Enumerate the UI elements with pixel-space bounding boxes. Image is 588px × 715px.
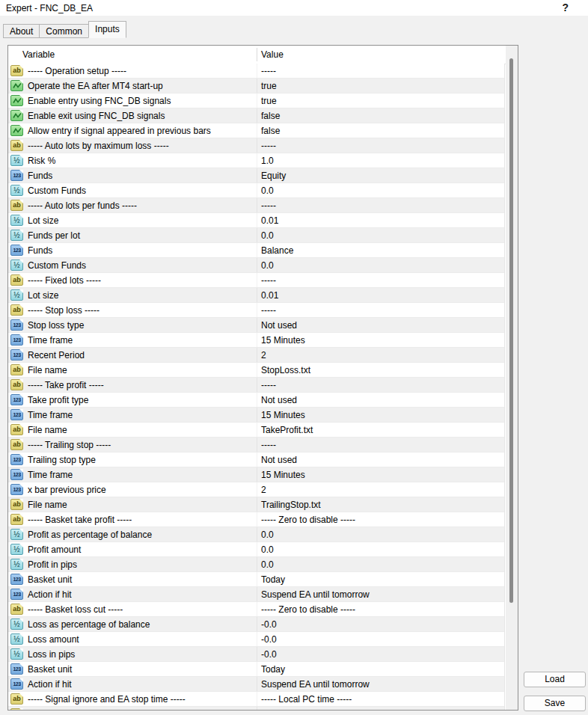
param-value[interactable]: -0.0: [261, 634, 277, 645]
param-value[interactable]: 0.0: [261, 559, 274, 570]
tab-about[interactable]: About: [3, 24, 40, 38]
param-row[interactable]: Allow entry if signal appeared in previo…: [8, 123, 504, 138]
param-row[interactable]: 123 Take profit type Not used: [8, 393, 504, 408]
param-row[interactable]: 123 Action if hit Suspend EA until tomor…: [8, 677, 504, 692]
param-row[interactable]: ab ----- Operation setup ----- -----: [8, 64, 504, 79]
param-value[interactable]: -0.0: [261, 649, 277, 660]
param-value[interactable]: TrailingStop.txt: [261, 500, 321, 510]
param-value[interactable]: -----: [261, 66, 276, 76]
param-row[interactable]: ½ Loss in pips -0.0: [8, 647, 504, 662]
param-row[interactable]: ab File name TakeProfit.txt: [8, 423, 504, 438]
param-row[interactable]: ab ----- Trailing stop ----- -----: [8, 438, 504, 452]
param-value[interactable]: 15 Minutes: [261, 410, 305, 420]
param-row[interactable]: ab File name TrailingStop.txt: [8, 497, 504, 512]
param-value[interactable]: -----: [261, 200, 276, 211]
param-value[interactable]: -----: [261, 141, 276, 151]
save-button[interactable]: Save: [524, 696, 586, 711]
param-value[interactable]: Suspend EA until tomorrow: [261, 589, 370, 600]
param-value[interactable]: Equity: [261, 171, 286, 181]
param-row[interactable]: ab ----- Take profit ----- -----: [8, 378, 504, 393]
param-value[interactable]: 0.0: [261, 230, 274, 241]
param-value[interactable]: Suspend EA until tomorrow: [261, 679, 370, 690]
param-value[interactable]: 0.0: [261, 530, 274, 540]
param-value[interactable]: 0.0: [261, 185, 274, 196]
param-row[interactable]: 123 Stop loss type Not used: [8, 318, 504, 333]
vertical-scrollbar-thumb[interactable]: [509, 58, 513, 603]
param-value[interactable]: false: [261, 111, 280, 121]
param-value[interactable]: false: [261, 126, 280, 136]
param-row[interactable]: 123 Action if hit Suspend EA until tomor…: [8, 587, 504, 602]
param-row[interactable]: 123 x bar previous price 2: [8, 482, 504, 497]
param-row[interactable]: ½ Loss amount -0.0: [8, 632, 504, 647]
param-row[interactable]: ab ----- Auto lots per funds ----- -----: [8, 198, 504, 213]
param-variable: Risk %: [28, 156, 55, 166]
param-row[interactable]: ab ----- Stop loss ----- -----: [8, 303, 504, 318]
param-value[interactable]: 2: [261, 485, 266, 495]
param-value[interactable]: Today: [261, 664, 285, 675]
param-row[interactable]: Enable exit using FNC_DB signals false: [8, 108, 504, 123]
param-value[interactable]: 0.0: [261, 544, 274, 555]
param-row[interactable]: ½ Profit as percentage of balance 0.0: [8, 527, 504, 542]
param-value[interactable]: ----- Local PC time -----: [261, 694, 352, 705]
param-value[interactable]: ----- Zero to disable -----: [261, 604, 355, 615]
param-row[interactable]: ½ Risk % 1.0: [8, 153, 504, 168]
tab-common[interactable]: Common: [39, 24, 89, 38]
param-value[interactable]: true: [261, 96, 277, 106]
param-variable: Trailing stop type: [28, 455, 96, 465]
param-value[interactable]: 15 Minutes: [261, 335, 305, 346]
param-row[interactable]: ab ----- Fixed lots ----- -----: [8, 273, 504, 288]
param-value[interactable]: -----: [261, 440, 276, 450]
param-value[interactable]: -0.0: [261, 619, 277, 630]
param-value[interactable]: Not used: [261, 455, 297, 465]
param-row[interactable]: Operate the EA after MT4 start-up true: [8, 79, 504, 93]
param-value[interactable]: Balance: [261, 245, 293, 256]
param-value[interactable]: -----: [261, 380, 276, 390]
param-row[interactable]: ab File name StopLoss.txt: [8, 363, 504, 378]
param-row[interactable]: ab: [8, 707, 504, 710]
param-row[interactable]: ½ Loss as percentage of balance -0.0: [8, 617, 504, 632]
param-row[interactable]: 123 Trailing stop type Not used: [8, 452, 504, 467]
load-button[interactable]: Load: [524, 672, 586, 687]
param-row[interactable]: 123 Funds Equity: [8, 168, 504, 183]
param-value[interactable]: 0.01: [261, 215, 278, 226]
param-value[interactable]: 0.01: [261, 290, 278, 301]
param-value[interactable]: 1.0: [261, 156, 274, 166]
param-row[interactable]: 123 Basket unit Today: [8, 572, 504, 587]
param-value[interactable]: -----: [261, 275, 276, 286]
param-row[interactable]: 123 Time frame 15 Minutes: [8, 408, 504, 423]
param-row[interactable]: 123 Time frame 15 Minutes: [8, 467, 504, 482]
param-value[interactable]: true: [261, 81, 277, 91]
param-value[interactable]: ----- Zero to disable -----: [261, 515, 355, 525]
param-value[interactable]: 15 Minutes: [261, 470, 305, 480]
param-value[interactable]: StopLoss.txt: [261, 365, 310, 375]
help-icon[interactable]: ?: [562, 1, 569, 13]
param-row[interactable]: ½ Lot size 0.01: [8, 213, 504, 228]
param-value[interactable]: 0.0: [261, 260, 274, 271]
param-value[interactable]: 2: [261, 350, 266, 360]
param-value[interactable]: Not used: [261, 320, 297, 331]
param-row[interactable]: ½ Funds per lot 0.0: [8, 228, 504, 243]
param-row[interactable]: ½ Profit in pips 0.0: [8, 557, 504, 572]
param-row[interactable]: 123 Funds Balance: [8, 243, 504, 258]
param-row[interactable]: ½ Profit amount 0.0: [8, 542, 504, 557]
tab-inputs[interactable]: Inputs: [88, 21, 126, 38]
param-row[interactable]: ½ Custom Funds 0.0: [8, 258, 504, 273]
param-row[interactable]: ½ Custom Funds 0.0: [8, 183, 504, 198]
param-value[interactable]: TakeProfit.txt: [261, 425, 313, 435]
param-row[interactable]: Enable entry using FNC_DB signals true: [8, 93, 504, 108]
param-value[interactable]: Not used: [261, 395, 297, 405]
vertical-scrollbar[interactable]: [506, 46, 518, 710]
param-variable: x bar previous price: [28, 485, 106, 495]
string-param-icon: ab: [10, 604, 23, 615]
param-row[interactable]: 123 Time frame 15 Minutes: [8, 333, 504, 348]
param-value[interactable]: Today: [261, 574, 285, 585]
param-row[interactable]: ab ----- Basket loss cut ----- ----- Zer…: [8, 602, 504, 617]
param-row[interactable]: ab ----- Basket take profit ----- ----- …: [8, 512, 504, 527]
params-list: ab ----- Operation setup ----- ----- Ope…: [8, 64, 505, 710]
param-row[interactable]: 123 Basket unit Today: [8, 662, 504, 677]
param-row[interactable]: 123 Recent Period 2: [8, 348, 504, 363]
param-row[interactable]: ab ----- Signal ignore and EA stop time …: [8, 692, 504, 707]
param-value[interactable]: -----: [261, 305, 276, 316]
param-row[interactable]: ½ Lot size 0.01: [8, 288, 504, 303]
param-row[interactable]: ab ----- Auto lots by maximum loss -----…: [8, 138, 504, 153]
